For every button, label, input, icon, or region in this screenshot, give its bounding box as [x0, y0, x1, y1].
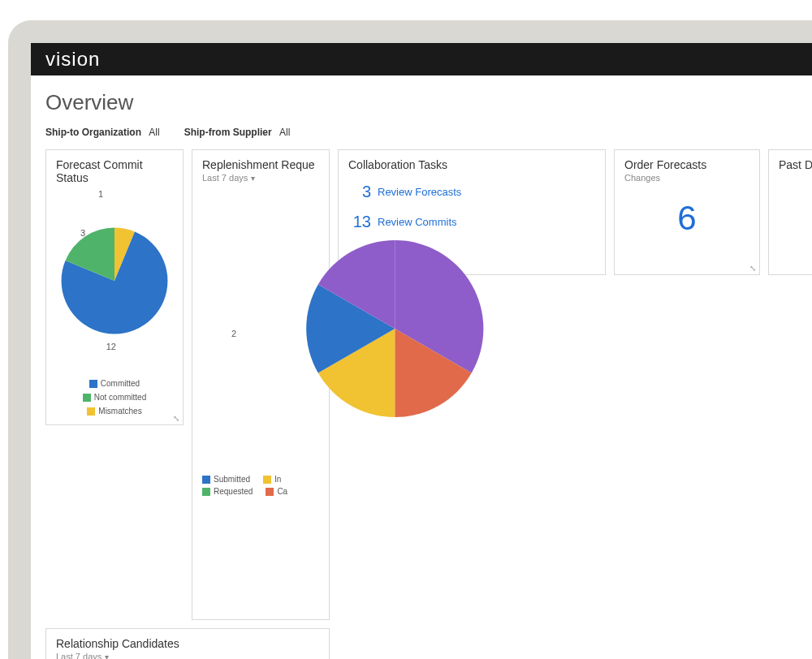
card-title: Forecast Commit Status [56, 158, 173, 184]
chart-legend: Committed Not committed Mismatches [56, 379, 173, 416]
device-frame: vision Overview Ship-to Organization All… [8, 20, 812, 659]
legend-label: Ca [277, 487, 287, 496]
card-title: Past Due Commits [779, 158, 812, 171]
page-title: Overview [45, 90, 812, 115]
pie-label: 2 [231, 329, 236, 338]
legend-label: Requested [214, 487, 253, 496]
pie-chart[interactable]: 1 3 12 [56, 187, 173, 374]
card-grid: Collaboration Tasks 3 Review Forecasts 1… [45, 149, 812, 659]
card-filter-dropdown[interactable]: Last 7 days [202, 173, 319, 183]
card-subtitle: Changes [624, 173, 749, 183]
pie-label: 12 [106, 342, 116, 351]
resize-icon[interactable]: ⤡ [173, 414, 179, 423]
legend-label: Committed [101, 379, 140, 388]
legend-item[interactable]: In [263, 475, 281, 484]
card-replenishment-requests: Replenishment Reque Last 7 days [192, 149, 330, 620]
metric-value[interactable]: 6 [624, 199, 749, 238]
legend-item[interactable]: Ca [266, 487, 287, 496]
pie-label: 3 [80, 228, 85, 238]
card-relationship-candidates: Relationship Candidates Last 7 days Unpr… [45, 628, 330, 659]
legend-label: Not committed [94, 393, 146, 402]
card-title: Replenishment Reque [202, 158, 319, 171]
legend-item[interactable]: Mismatches [87, 407, 141, 416]
task-count: 3 [348, 183, 371, 201]
filter-ship-to[interactable]: Ship-to Organization All [45, 127, 160, 138]
filter-value: All [279, 127, 290, 138]
card-order-forecasts: Order Forecasts Changes 6 ⤡ [614, 149, 760, 275]
filter-value: All [149, 127, 159, 138]
filter-label: Ship-to Organization [45, 127, 141, 138]
task-label: Review Commits [378, 216, 457, 228]
metric-value[interactable]: 3 [779, 187, 812, 226]
legend-item[interactable]: Committed [89, 379, 140, 388]
legend-item[interactable]: Not committed [83, 393, 146, 402]
filter-ship-from[interactable]: Ship-from Supplier All [184, 127, 291, 138]
card-filter-dropdown[interactable]: Last 7 days [56, 652, 319, 659]
page-content: Overview Ship-to Organization All Ship-f… [31, 90, 812, 659]
card-past-due-commits: Past Due Commits 3 [768, 149, 812, 275]
app-name: vision [45, 48, 100, 70]
task-label: Review Forecasts [378, 186, 461, 198]
app-header: vision [31, 43, 812, 75]
app-screen: vision Overview Ship-to Organization All… [31, 43, 812, 659]
legend-item[interactable]: Requested [202, 487, 253, 496]
task-count: 13 [348, 213, 371, 231]
card-title: Relationship Candidates [56, 637, 319, 650]
legend-label: Mismatches [98, 407, 141, 416]
task-review-commits[interactable]: 13 Review Commits [348, 213, 595, 231]
pie-label: 1 [98, 189, 103, 199]
filter-bar: Ship-to Organization All Ship-from Suppl… [45, 127, 812, 138]
filter-label: Ship-from Supplier [184, 127, 272, 138]
legend-label: Submitted [214, 475, 250, 484]
task-review-forecasts[interactable]: 3 Review Forecasts [348, 183, 595, 201]
card-title: Collaboration Tasks [348, 158, 595, 171]
legend-item[interactable]: Submitted [202, 475, 250, 484]
resize-icon[interactable]: ⤡ [749, 264, 756, 273]
card-title: Order Forecasts [624, 158, 749, 171]
legend-label: In [274, 475, 281, 484]
pie-chart-partial[interactable]: 2 [227, 231, 343, 426]
card-forecast-commit-status: Forecast Commit Status 1 3 12 Com [45, 149, 184, 425]
chart-legend: Submitted In Requested Ca [202, 475, 319, 496]
